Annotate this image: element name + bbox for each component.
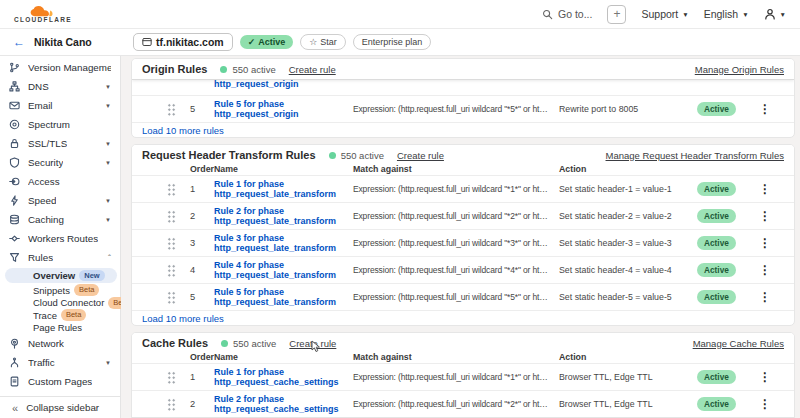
plus-icon: +: [613, 7, 620, 21]
drag-handle-icon[interactable]: [167, 264, 176, 277]
rule-name-link[interactable]: Rule 2 for phase http_request_late_trans…: [214, 206, 353, 227]
zone-selector[interactable]: tf.nikitac.com: [133, 33, 233, 51]
table-row: 3 Rule 3 for phase http_request_late_tra…: [132, 229, 794, 256]
language-menu[interactable]: English ▼: [704, 8, 749, 20]
rule-expression: Expression: (http.request.full_uri wildc…: [353, 372, 559, 382]
account-menu[interactable]: ▼: [764, 8, 786, 20]
sidebar-item-snippets[interactable]: Snippets Beta: [0, 284, 120, 297]
sidebar-item-label: Access: [28, 176, 60, 187]
kebab-menu[interactable]: ⋮: [745, 290, 794, 304]
sidebar-item-email[interactable]: Email ▼: [0, 96, 120, 115]
back-to-account[interactable]: ← Nikita Cano: [0, 36, 121, 48]
sidebar-item-custom-pages[interactable]: Custom Pages: [0, 372, 120, 391]
rule-action: Set static header-2 = value-2: [559, 211, 697, 221]
rule-name-link[interactable]: Rule 1 for phase http_request_late_trans…: [214, 179, 353, 200]
sidebar-item-label: Speed: [28, 195, 56, 206]
rule-name-link[interactable]: Rule 4 for phase http_request_late_trans…: [214, 260, 353, 281]
sidebar-item-traffic[interactable]: Traffic ▼: [0, 353, 120, 372]
rule-action: Browser TTL, Edge TTL: [559, 372, 697, 382]
chevron-down-icon: ▼: [105, 198, 111, 204]
load-more-rules-link[interactable]: Load 10 more rules: [132, 310, 794, 325]
sidebar-item-spectrum[interactable]: Spectrum: [0, 115, 120, 134]
rule-name-link[interactable]: Rule 1 for phase http_request_cache_sett…: [214, 367, 353, 388]
sidebar-item-workers-routes[interactable]: Workers Routes: [0, 229, 120, 248]
sidebar-item-version-management[interactable]: Version Management: [0, 58, 120, 77]
section-title: Request Header Transform Rules: [142, 149, 316, 161]
drag-handle-icon[interactable]: [167, 103, 176, 116]
load-more-rules-link[interactable]: Load 10 more rules: [132, 122, 794, 137]
rule-name-link[interactable]: http_request_origin: [214, 80, 353, 90]
sidebar-item-label: SSL/TLS: [28, 138, 67, 149]
active-dot-icon: [221, 340, 228, 347]
kebab-menu[interactable]: ⋮: [745, 209, 794, 223]
sidebar-item-cloud-connector[interactable]: Cloud Connector Beta: [0, 297, 120, 310]
kebab-menu[interactable]: ⋮: [745, 182, 794, 196]
drag-handle-icon[interactable]: [167, 183, 176, 196]
new-badge: New: [79, 270, 104, 282]
create-rule-link[interactable]: Create rule: [397, 150, 444, 161]
star-button[interactable]: ☆ Star: [300, 34, 346, 50]
drag-handle-icon[interactable]: [167, 398, 176, 411]
kebab-menu[interactable]: ⋮: [745, 370, 794, 384]
active-count: 550 active: [341, 150, 384, 161]
rule-action: Rewrite port to 8005: [559, 104, 697, 114]
traffic-icon: [9, 357, 20, 368]
rule-action: Set static header-1 = value-1: [559, 184, 697, 194]
drag-handle-icon[interactable]: [167, 291, 176, 304]
star-label: Star: [320, 37, 337, 47]
column-action: Action: [559, 164, 697, 174]
sidebar-item-speed[interactable]: Speed ▼: [0, 191, 120, 210]
add-site-button[interactable]: +: [607, 5, 626, 24]
manage-origin-rules-link[interactable]: Manage Origin Rules: [695, 64, 784, 75]
drag-handle-icon[interactable]: [167, 210, 176, 223]
kebab-menu[interactable]: ⋮: [745, 236, 794, 250]
support-menu[interactable]: Support ▼: [641, 8, 688, 20]
rule-expression: Expression: (http.request.full_uri wildc…: [353, 184, 559, 194]
table-row: 2 Rule 2 for phase http_request_late_tra…: [132, 202, 794, 229]
workers-icon: [9, 233, 20, 244]
kebab-menu[interactable]: ⋮: [745, 263, 794, 277]
chevron-down-icon: ▼: [780, 11, 786, 18]
sidebar-item-ssl-tls[interactable]: SSL/TLS ▼: [0, 134, 120, 153]
kebab-menu[interactable]: ⋮: [745, 397, 794, 411]
top-nav: CLOUDFLARE Go to... + Support ▼ English …: [0, 0, 800, 29]
column-action: Action: [559, 352, 697, 362]
chevron-down-icon: ▼: [105, 141, 111, 147]
manage-transform-rules-link[interactable]: Manage Request Header Transform Rules: [606, 150, 784, 161]
main-content: Origin Rules 550 active Create rule Mana…: [121, 56, 800, 418]
chevron-down-icon: ▼: [105, 103, 111, 109]
global-search[interactable]: Go to...: [542, 8, 592, 20]
user-icon: [764, 8, 776, 20]
rule-name-link[interactable]: Rule 5 for phase http_request_late_trans…: [214, 287, 353, 308]
sidebar-item-dns[interactable]: DNS ▼: [0, 77, 120, 96]
lock-icon: [9, 138, 20, 149]
collapse-icon: «: [12, 402, 18, 414]
chevron-down-icon: ▼: [105, 217, 111, 223]
sidebar-item-network[interactable]: Network: [0, 334, 120, 353]
sidebar-item-access[interactable]: Access: [0, 172, 120, 191]
drag-handle-icon[interactable]: [167, 237, 176, 250]
branch-icon: [9, 62, 20, 73]
active-count: 550 active: [232, 64, 275, 75]
kebab-menu[interactable]: ⋮: [745, 102, 794, 116]
sub-item-label: Overview: [33, 270, 75, 281]
sidebar-item-security[interactable]: Security ▼: [0, 153, 120, 172]
collapse-sidebar-button[interactable]: « Collapse sidebar: [0, 396, 120, 418]
sidebar-item-page-rules[interactable]: Page Rules: [0, 322, 120, 335]
sidebar-item-trace[interactable]: Trace Beta: [0, 309, 120, 322]
spectrum-icon: [9, 119, 20, 130]
sidebar-item-label: Traffic: [28, 357, 55, 368]
create-rule-link[interactable]: Create rule: [289, 64, 336, 75]
sidebar-item-rules[interactable]: Rules ˆ: [0, 248, 120, 267]
rule-name-link[interactable]: Rule 2 for phase http_request_cache_sett…: [214, 394, 353, 415]
cloudflare-logo[interactable]: CLOUDFLARE: [14, 5, 72, 24]
manage-cache-rules-link[interactable]: Manage Cache Rules: [693, 338, 784, 349]
sidebar-item-overview[interactable]: Overview New: [5, 268, 117, 283]
rule-name-link[interactable]: Rule 3 for phase http_request_late_trans…: [214, 233, 353, 254]
rule-expression: Expression: (http.request.full_uri wildc…: [353, 265, 559, 275]
column-order: Order: [176, 164, 214, 174]
status-badge: Active: [697, 290, 736, 304]
rule-name-link[interactable]: Rule 5 for phase http_request_origin: [214, 99, 353, 120]
drag-handle-icon[interactable]: [167, 371, 176, 384]
sidebar-item-caching[interactable]: Caching ▼: [0, 210, 120, 229]
